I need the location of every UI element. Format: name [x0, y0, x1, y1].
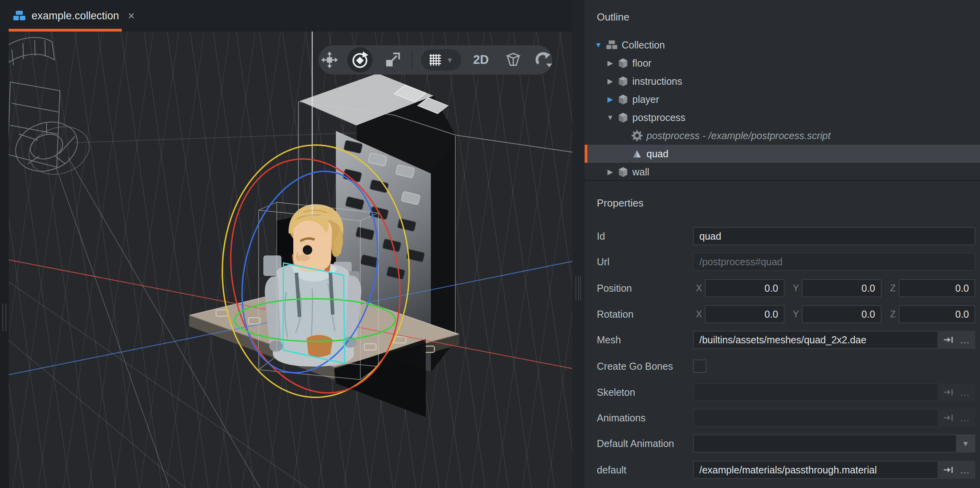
jump-to-icon	[943, 388, 954, 396]
outline-title: Outline	[597, 11, 629, 23]
left-gutter	[0, 32, 9, 488]
create-go-bones-checkbox[interactable]	[693, 359, 706, 373]
mesh-label: Mesh	[597, 334, 693, 346]
cube-icon	[618, 76, 628, 87]
outline-item-instructions[interactable]: ▶ instructions	[585, 72, 980, 90]
skeleton-label: Skeleton	[597, 387, 693, 398]
selected-quad-outline	[283, 263, 345, 363]
id-label: Id	[597, 231, 693, 242]
browse-resource-button[interactable]: …	[960, 468, 970, 472]
position-x-input[interactable]	[705, 279, 784, 297]
cube-icon	[618, 58, 628, 69]
active-tab-indicator	[9, 29, 122, 32]
x-axis-label: X	[693, 309, 705, 320]
property-row-position: Position X Y Z	[597, 279, 975, 297]
collection-icon	[13, 10, 26, 21]
position-z-input[interactable]	[899, 279, 975, 297]
tab-example-collection[interactable]: example.collection ×	[9, 0, 139, 32]
url-label: Url	[597, 256, 693, 268]
section-divider	[585, 180, 980, 181]
browse-resource-button[interactable]: …	[960, 338, 970, 342]
open-resource-button[interactable]	[943, 336, 954, 344]
browse-resource-button[interactable]: …	[960, 390, 970, 394]
cube-icon	[618, 167, 628, 177]
defold-editor-window: example.collection ×	[0, 0, 980, 488]
z-axis-label: Z	[887, 309, 899, 320]
outline-item-collection[interactable]: ▼ Collection	[585, 36, 980, 54]
gutter-drag-handle[interactable]	[2, 304, 6, 331]
outline-item-postprocess-script[interactable]: postprocess - /example/postprocess.scrip…	[585, 127, 980, 145]
collapse-arrow-icon[interactable]: ▼	[605, 114, 615, 122]
tab-title: example.collection	[32, 10, 119, 22]
scale-tool-button[interactable]	[382, 49, 404, 71]
position-y-input[interactable]	[802, 279, 881, 297]
scene-3d[interactable]	[0, 32, 572, 488]
outline-item-postprocess[interactable]: ▼ postprocess	[585, 108, 980, 127]
mesh-input[interactable]	[693, 331, 937, 349]
frustum-icon	[505, 52, 522, 68]
frustum-culling-button[interactable]	[502, 49, 524, 71]
move-tool-button[interactable]	[319, 49, 341, 71]
property-row-default-material: default …	[597, 461, 975, 479]
right-panel: Outline ▼ Collection ▶ floor ▶ instructi…	[585, 0, 980, 488]
y-axis-label: Y	[790, 283, 802, 294]
default-material-label: default	[597, 464, 693, 476]
rotate-icon	[351, 51, 369, 69]
expand-arrow-icon[interactable]: ▶	[605, 59, 615, 67]
move-icon	[321, 52, 338, 68]
default-animation-label: Default Animation	[597, 438, 693, 449]
animations-input[interactable]	[693, 409, 937, 427]
url-input	[693, 253, 975, 271]
outline-item-floor[interactable]: ▶ floor	[585, 54, 980, 72]
outline-item-player[interactable]: ▶ player	[585, 90, 980, 108]
chevron-down-icon: ▼	[446, 56, 454, 64]
y-axis-label: Y	[790, 309, 802, 320]
property-row-mesh: Mesh …	[597, 331, 975, 349]
gear-icon	[632, 130, 643, 141]
property-row-rotation: Rotation X Y Z	[597, 305, 975, 323]
splitter-drag-handle[interactable]	[576, 276, 581, 300]
dropdown-button[interactable]: ▼	[956, 434, 975, 453]
panel-splitter[interactable]	[572, 0, 585, 488]
skeleton-input[interactable]	[693, 383, 937, 401]
expand-arrow-icon[interactable]: ▶	[605, 168, 615, 176]
default-animation-select[interactable]	[693, 434, 956, 453]
viewport-toolbar: ▼ 2D	[319, 45, 552, 75]
properties-title: Properties	[597, 197, 644, 209]
default-material-input[interactable]	[693, 461, 937, 479]
collection-icon	[606, 40, 618, 50]
open-resource-button	[943, 414, 954, 422]
mesh-icon	[632, 148, 643, 159]
z-axis-label: Z	[887, 283, 899, 294]
create-go-bones-label: Create Go Bones	[597, 361, 693, 372]
jump-to-icon	[943, 336, 954, 344]
outline-item-quad[interactable]: quad	[585, 145, 980, 163]
rotation-y-input[interactable]	[802, 305, 881, 323]
rotation-x-input[interactable]	[705, 305, 784, 323]
property-row-id: Id	[597, 227, 975, 245]
browse-resource-button[interactable]: …	[960, 416, 970, 420]
camera-rotate-icon	[534, 51, 552, 69]
tab-bar: example.collection ×	[0, 0, 572, 32]
position-label: Position	[597, 283, 693, 294]
expand-arrow-icon[interactable]: ▼	[593, 41, 604, 49]
property-row-skeleton: Skeleton …	[597, 383, 975, 401]
x-axis-label: X	[693, 283, 705, 294]
open-resource-button[interactable]	[943, 466, 954, 474]
outline-item-wall[interactable]: ▶ wall	[585, 163, 980, 181]
grid-dropdown-button[interactable]: ▼	[421, 49, 461, 71]
camera-perspective-button[interactable]	[532, 49, 554, 71]
2d-mode-button[interactable]: 2D	[470, 49, 492, 71]
tab-close-icon[interactable]: ×	[128, 9, 135, 22]
jump-to-icon	[943, 466, 954, 474]
id-input[interactable]	[693, 227, 975, 245]
expand-arrow-icon[interactable]: ▶	[605, 77, 615, 86]
expand-arrow-icon[interactable]: ▶	[605, 95, 615, 104]
scale-icon	[384, 52, 401, 68]
chevron-down-icon: ▼	[962, 440, 969, 447]
grid-icon	[429, 54, 442, 66]
rotation-z-input[interactable]	[899, 305, 975, 323]
property-row-animations: Animations …	[597, 409, 975, 427]
open-resource-button	[943, 388, 954, 396]
rotate-tool-button[interactable]	[347, 47, 373, 73]
